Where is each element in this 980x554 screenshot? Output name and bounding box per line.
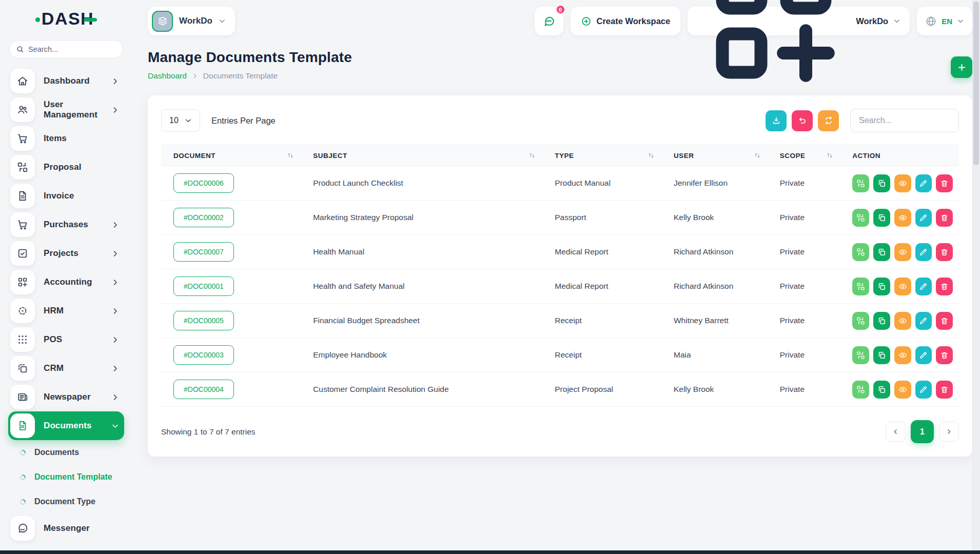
- brand-logo[interactable]: DASH: [8, 0, 124, 37]
- convert-row-button[interactable]: [852, 278, 869, 295]
- workspace-switcher[interactable]: WorkDo: [148, 7, 235, 35]
- document-id-badge[interactable]: #DOC00001: [173, 276, 234, 296]
- view-row-button[interactable]: [894, 346, 911, 364]
- delete-row-button[interactable]: [936, 278, 953, 295]
- sidebar-item-dashboard[interactable]: Dashboard: [8, 67, 124, 95]
- sidebar-subitem-document-type[interactable]: Document Type: [8, 489, 124, 514]
- duplicate-row-button[interactable]: [873, 381, 890, 399]
- document-id-badge[interactable]: #DOC00007: [173, 242, 234, 262]
- table-row: #DOC00004Customer Complaint Resolution G…: [161, 372, 959, 407]
- view-row-button[interactable]: [894, 312, 911, 330]
- column-header-user[interactable]: USER: [661, 145, 768, 166]
- document-id-badge[interactable]: #DOC00004: [173, 380, 234, 399]
- sidebar-item-items[interactable]: Items: [8, 124, 124, 153]
- copy-icon: [877, 385, 886, 394]
- view-row-button[interactable]: [894, 278, 911, 295]
- pagination-next-button[interactable]: [939, 422, 959, 442]
- sidebar-subitem-document-template[interactable]: Document Template: [8, 465, 124, 489]
- column-header-scope[interactable]: SCOPE: [768, 145, 840, 166]
- sidebar-item-projects[interactable]: Projects: [8, 239, 124, 268]
- duplicate-row-button[interactable]: [873, 346, 890, 364]
- sidebar-item-crm[interactable]: CRM: [8, 354, 124, 383]
- edit-row-button[interactable]: [915, 278, 932, 295]
- document-id-badge[interactable]: #DOC00005: [173, 311, 234, 330]
- sidebar-search[interactable]: [9, 40, 123, 58]
- duplicate-row-button[interactable]: [873, 209, 890, 227]
- edit-row-button[interactable]: [915, 312, 932, 330]
- column-header-subject[interactable]: SUBJECT: [301, 145, 542, 166]
- convert-row-button[interactable]: [852, 346, 869, 364]
- column-header-label: ACTION: [852, 152, 880, 160]
- view-row-button[interactable]: [894, 381, 911, 399]
- messages-button[interactable]: 0: [535, 7, 563, 35]
- delete-row-button[interactable]: [936, 346, 953, 364]
- convert-row-button[interactable]: [852, 243, 869, 261]
- breadcrumb-dashboard-link[interactable]: Dashboard: [148, 71, 187, 81]
- sidebar-item-proposal[interactable]: Proposal: [8, 153, 124, 182]
- convert-row-button[interactable]: [852, 209, 869, 227]
- edit-row-button[interactable]: [915, 174, 932, 192]
- convert-row-button[interactable]: [852, 312, 869, 330]
- edit-row-button[interactable]: [915, 243, 932, 261]
- eye-icon: [898, 282, 907, 291]
- pagination-prev-button[interactable]: [886, 422, 906, 442]
- duplicate-row-button[interactable]: [873, 174, 890, 192]
- view-row-button[interactable]: [894, 243, 911, 261]
- document-id-badge[interactable]: #DOC00002: [173, 208, 234, 227]
- sidebar-item-documents[interactable]: Documents: [8, 411, 124, 440]
- sidebar-search-input[interactable]: [28, 45, 116, 53]
- delete-row-button[interactable]: [936, 381, 953, 399]
- plus-circle-icon: [581, 16, 592, 27]
- users-icon: [10, 97, 35, 122]
- convert-row-button[interactable]: [852, 381, 869, 399]
- view-row-button[interactable]: [894, 174, 911, 192]
- scrollbar-thumb[interactable]: [973, 1, 979, 165]
- sidebar-item-newspaper[interactable]: Newspaper: [8, 383, 124, 411]
- column-header-type[interactable]: TYPE: [542, 145, 661, 166]
- sidebar-item-invoice[interactable]: Invoice: [8, 182, 124, 210]
- cell-type: Medical Report: [542, 235, 661, 269]
- showing-entries-text: Showing 1 to 7 of 7 entries: [161, 427, 256, 437]
- edit-row-button[interactable]: [915, 346, 932, 364]
- document-id-badge[interactable]: #DOC00003: [173, 345, 234, 365]
- convert-row-button[interactable]: [852, 174, 869, 192]
- delete-row-button[interactable]: [936, 243, 953, 261]
- cell-actions: [840, 269, 959, 304]
- refresh-button[interactable]: [818, 110, 839, 131]
- delete-row-button[interactable]: [936, 312, 953, 330]
- document-id-badge[interactable]: #DOC00006: [173, 173, 234, 193]
- sidebar-item-accounting[interactable]: Accounting: [8, 268, 124, 296]
- trash-icon: [940, 282, 949, 291]
- sidebar-item-messenger[interactable]: Messenger: [8, 514, 124, 543]
- view-row-button[interactable]: [894, 209, 911, 227]
- duplicate-row-button[interactable]: [873, 312, 890, 330]
- delete-row-button[interactable]: [936, 209, 953, 227]
- sidebar-item-user-management[interactable]: User Management: [8, 95, 124, 124]
- delete-row-button[interactable]: [936, 174, 953, 192]
- sidebar-item-pos[interactable]: POS: [8, 325, 124, 354]
- edit-row-button[interactable]: [915, 209, 932, 227]
- create-workspace-button[interactable]: Create Workspace: [571, 7, 681, 35]
- workdo-menu-button[interactable]: WorkDo: [688, 7, 910, 35]
- bullet-circle-icon: [19, 499, 26, 505]
- page-scrollbar[interactable]: [972, 0, 980, 554]
- export-button[interactable]: [766, 110, 787, 131]
- sidebar-item-purchases[interactable]: Purchases: [8, 210, 124, 239]
- undo-button[interactable]: [792, 110, 813, 131]
- eye-icon: [898, 385, 907, 394]
- pagination-page-1[interactable]: 1: [911, 420, 934, 443]
- entries-per-page-select[interactable]: 10: [161, 109, 200, 132]
- sidebar-item-hrm[interactable]: HRM: [8, 296, 124, 325]
- table-search-input[interactable]: [850, 109, 959, 132]
- sidebar-subitem-documents[interactable]: Documents: [8, 440, 124, 465]
- duplicate-row-button[interactable]: [873, 278, 890, 295]
- duplicate-row-button[interactable]: [873, 243, 890, 261]
- sidebar-item-label: Purchases: [44, 220, 111, 230]
- cell-actions: [840, 235, 959, 269]
- column-header-document[interactable]: DOCUMENT: [161, 145, 301, 166]
- sort-icon: [528, 151, 536, 160]
- sidebar-item-label: Accounting: [44, 277, 111, 287]
- edit-row-button[interactable]: [915, 381, 932, 399]
- add-template-button[interactable]: [951, 56, 972, 78]
- language-selector[interactable]: EN: [917, 7, 972, 35]
